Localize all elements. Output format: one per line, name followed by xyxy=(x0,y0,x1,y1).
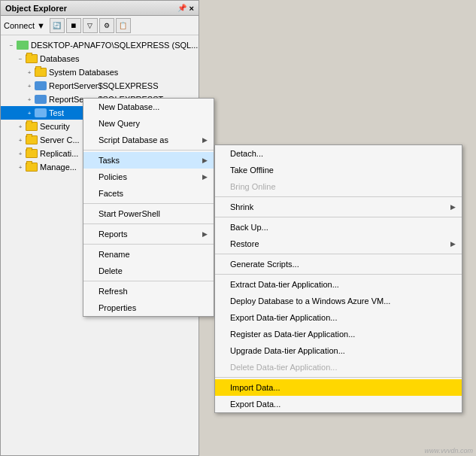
server-c-label: Server C... xyxy=(40,135,80,144)
separator-4 xyxy=(83,244,214,245)
reports-arrow: ▶ xyxy=(202,230,208,238)
toolbar-btn-filter[interactable]: ▽ xyxy=(83,18,98,33)
folder-icon-system-db xyxy=(35,68,47,77)
management-label: Manage... xyxy=(40,163,77,172)
menu-script-database[interactable]: Script Database as ▶ xyxy=(83,132,214,148)
tasks-sep-2 xyxy=(215,217,462,217)
tasks-delete-datatier: Delete Data-tier Application... xyxy=(215,359,462,375)
tasks-bring-online: Bring Online xyxy=(215,178,462,195)
tasks-extract-datatier[interactable]: Extract Data-tier Application... xyxy=(215,276,462,293)
menu-new-query[interactable]: New Query xyxy=(83,115,214,132)
tasks-import-data[interactable]: Import Data... xyxy=(215,379,462,396)
menu-delete-label: Delete xyxy=(99,266,123,275)
tasks-extract-datatier-label: Extract Data-tier Application... xyxy=(230,280,339,289)
tree-server-node[interactable]: − DESKTOP-APNAF7O\SQLEXPRESS (SQL... xyxy=(1,38,199,52)
menu-rename[interactable]: Rename xyxy=(83,246,214,263)
toolbar-btn-1[interactable]: 🔄 xyxy=(50,18,65,33)
expand-icon-databases: − xyxy=(16,54,25,63)
tasks-backup[interactable]: Back Up... xyxy=(215,219,462,236)
menu-reports-label: Reports xyxy=(99,230,128,239)
tasks-import-data-label: Import Data... xyxy=(230,383,280,392)
tasks-upgrade-datatier[interactable]: Upgrade Data-tier Application... xyxy=(215,342,462,359)
replication-label: Replicati... xyxy=(40,149,78,158)
folder-icon-security xyxy=(26,122,38,131)
tree-report-server[interactable]: + ReportServer$SQLEXPRESS xyxy=(1,79,199,93)
tasks-arrow: ▶ xyxy=(202,157,208,164)
folder-icon-replication xyxy=(26,149,38,158)
tree-databases-node[interactable]: − Databases xyxy=(1,52,199,65)
watermark: www.vvvdn.com xyxy=(424,447,473,454)
menu-refresh[interactable]: Refresh xyxy=(83,283,214,299)
toolbar-btn-2[interactable]: ⏹ xyxy=(66,18,81,33)
folder-icon-management xyxy=(26,163,38,172)
expand-icon-replication: + xyxy=(16,149,25,158)
menu-tasks[interactable]: Tasks ▶ xyxy=(83,152,214,169)
tasks-take-offline[interactable]: Take Offline xyxy=(215,162,462,178)
panel-close-button[interactable]: × xyxy=(189,4,194,13)
separator-1 xyxy=(83,150,214,150)
db-icon-report xyxy=(35,81,47,90)
separator-5 xyxy=(83,281,214,281)
report-server-label: ReportServer$SQLEXPRESS xyxy=(49,81,159,90)
server-label: DESKTOP-APNAF7O\SQLEXPRESS (SQL... xyxy=(31,41,198,50)
toolbar-btn-3[interactable]: ⚙ xyxy=(99,18,114,33)
tasks-sep-3 xyxy=(215,254,462,254)
tasks-detach-label: Detach... xyxy=(230,149,263,158)
expand-icon-test: + xyxy=(25,108,34,117)
menu-rename-label: Rename xyxy=(99,250,130,259)
tasks-shrink-label: Shrink xyxy=(230,202,253,211)
tasks-export-datatier[interactable]: Export Data-tier Application... xyxy=(215,309,462,326)
tasks-detach[interactable]: Detach... xyxy=(215,145,462,162)
tasks-submenu: Detach... Take Offline Bring Online Shri… xyxy=(214,144,462,413)
context-menu: New Database... New Query Script Databas… xyxy=(83,98,214,317)
connect-button[interactable]: Connect ▼ xyxy=(4,21,45,30)
policies-arrow: ▶ xyxy=(202,173,208,181)
expand-icon-management: + xyxy=(16,163,25,172)
databases-label: Databases xyxy=(40,54,80,63)
tasks-export-data[interactable]: Export Data... xyxy=(215,396,462,412)
tasks-sep-1 xyxy=(215,196,462,197)
tasks-restore[interactable]: Restore ▶ xyxy=(215,236,462,252)
tasks-take-offline-label: Take Offline xyxy=(230,166,274,175)
menu-new-database[interactable]: New Database... xyxy=(83,99,214,115)
tasks-generate-scripts-label: Generate Scripts... xyxy=(230,260,299,269)
tasks-register-datatier[interactable]: Register as Data-tier Application... xyxy=(215,326,462,342)
tasks-generate-scripts[interactable]: Generate Scripts... xyxy=(215,256,462,272)
menu-new-database-label: New Database... xyxy=(99,102,159,111)
panel-title-text: Object Explorer xyxy=(5,4,67,13)
toolbar-btn-4[interactable]: 📋 xyxy=(116,18,131,33)
restore-arrow: ▶ xyxy=(450,240,456,248)
db-icon-test xyxy=(35,108,47,117)
tasks-sep-4 xyxy=(215,274,462,275)
tasks-restore-label: Restore xyxy=(230,239,259,248)
menu-start-powershell[interactable]: Start PowerShell xyxy=(83,205,214,222)
menu-tasks-label: Tasks xyxy=(99,156,120,165)
expand-icon-server: − xyxy=(7,41,16,50)
tasks-delete-datatier-label: Delete Data-tier Application... xyxy=(230,363,337,372)
menu-reports[interactable]: Reports ▶ xyxy=(83,226,214,242)
tasks-deploy-azure[interactable]: Deploy Database to a Windows Azure VM... xyxy=(215,293,462,309)
tree-system-databases[interactable]: + System Databases xyxy=(1,65,199,79)
panel-pin-button[interactable]: 📌 xyxy=(177,4,186,13)
tasks-shrink[interactable]: Shrink ▶ xyxy=(215,199,462,215)
server-icon xyxy=(17,41,29,50)
expand-icon-report: + xyxy=(25,81,34,90)
panel-title-bar: Object Explorer 📌 × xyxy=(1,1,199,16)
tasks-export-datatier-label: Export Data-tier Application... xyxy=(230,313,337,322)
tasks-sep-5 xyxy=(215,377,462,378)
folder-icon-server-c xyxy=(26,135,38,144)
menu-facets-label: Facets xyxy=(99,189,123,198)
menu-refresh-label: Refresh xyxy=(99,287,128,296)
menu-properties-label: Properties xyxy=(99,303,136,312)
folder-icon-databases xyxy=(26,54,38,63)
expand-icon-system-db: + xyxy=(25,68,34,77)
script-database-arrow: ▶ xyxy=(202,136,208,144)
test-db-label: Test xyxy=(49,108,64,117)
tasks-upgrade-datatier-label: Upgrade Data-tier Application... xyxy=(230,346,345,355)
tasks-backup-label: Back Up... xyxy=(230,223,268,232)
menu-properties[interactable]: Properties xyxy=(83,299,214,316)
separator-2 xyxy=(83,203,214,204)
menu-policies[interactable]: Policies ▶ xyxy=(83,169,214,185)
menu-delete[interactable]: Delete xyxy=(83,263,214,279)
menu-facets[interactable]: Facets xyxy=(83,185,214,202)
